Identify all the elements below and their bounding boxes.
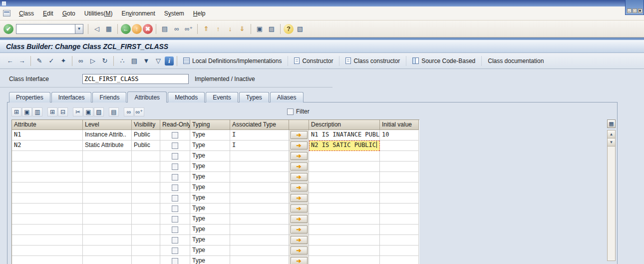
attribute-cell[interactable]: N1 [12,130,83,140]
constructor-button[interactable]: Constructor [291,56,336,66]
column-header-initial-value[interactable]: Initial value [380,120,419,130]
menu-goto[interactable]: Goto [58,8,80,19]
detail-arrow-button[interactable]: ➔ [291,162,308,170]
associated-type-cell[interactable] [230,214,289,224]
insert-row-icon[interactable]: ⊞ [47,108,57,116]
close-button[interactable]: ✖ [638,8,643,13]
detail-arrow-button[interactable]: ➔ [291,246,308,254]
description-cell[interactable] [309,235,380,246]
detail-arrow-button[interactable]: ➔ [291,152,308,160]
level-cell[interactable] [83,193,132,204]
tab-types[interactable]: Types [239,92,269,102]
level-cell[interactable]: Static Attribute [83,140,132,151]
read-only-checkbox[interactable] [172,132,178,138]
description-cell[interactable] [309,151,380,162]
associated-type-cell[interactable]: I [230,140,289,151]
tab-aliases[interactable]: Aliases [270,92,304,102]
initial-value-cell[interactable] [380,224,419,235]
column-header-associated-type[interactable]: Associated Type [230,120,289,130]
level-cell[interactable] [83,182,132,193]
detail-arrow-button[interactable]: ➔ [291,236,308,244]
tab-interfaces[interactable]: Interfaces [51,92,92,102]
copy-icon[interactable]: ▣ [83,108,93,116]
first-page-icon[interactable]: ⇑ [201,24,212,34]
initial-value-cell[interactable] [380,151,419,162]
detail-arrow-button[interactable]: ➔ [291,257,308,264]
visibility-cell[interactable]: Public [132,130,160,140]
find-icon[interactable]: ∞ [171,24,182,34]
associated-type-cell[interactable] [230,151,289,162]
class-constructor-button[interactable]: Class constructor [342,56,403,66]
column-header-level[interactable]: Level [83,120,132,130]
find-next-icon[interactable]: ∞⁺ [183,24,194,34]
system-menu-icon[interactable] [3,10,10,16]
description-cell[interactable] [309,172,380,182]
level-cell[interactable] [83,224,132,235]
cancel-icon[interactable]: ✖ [143,24,153,34]
local-definitions-button[interactable]: Local Definitions/Implementations [180,56,285,66]
read-only-checkbox[interactable] [172,237,178,244]
create-shortcut-icon[interactable]: ▨ [266,24,277,34]
initial-value-cell[interactable] [380,182,419,193]
enter-icon[interactable]: ✔ [3,24,13,34]
help-icon[interactable]: ? [284,24,294,34]
refresh-icon[interactable]: ↻ [99,56,110,66]
attribute-cell[interactable] [12,214,83,224]
level-cell[interactable] [83,256,132,264]
sort-icon[interactable]: ▼ [141,56,152,66]
initial-value-cell[interactable] [380,214,419,224]
menu-edit[interactable]: Edit [38,8,58,19]
associated-type-cell[interactable] [230,162,289,172]
attribute-cell[interactable] [12,182,83,193]
activate-icon[interactable]: ✦ [58,56,69,66]
save-icon[interactable]: ▦ [103,24,114,34]
visibility-cell[interactable] [132,151,160,162]
check-icon[interactable]: ✓ [46,56,57,66]
description-cell[interactable] [309,256,380,264]
associated-type-cell[interactable] [230,193,289,204]
associated-type-cell[interactable] [230,172,289,182]
window-titlebar[interactable] [0,0,644,6]
column-header-visibility[interactable]: Visibility [132,120,160,130]
detail-arrow-button[interactable]: ➔ [291,173,308,181]
attribute-cell[interactable] [12,172,83,182]
level-cell[interactable] [83,214,132,224]
description-cell[interactable] [309,182,380,193]
class-interface-input[interactable] [82,74,189,84]
cut-icon[interactable]: ✂ [73,108,83,116]
next-page-icon[interactable]: ↓ [225,24,236,34]
associated-type-cell[interactable] [230,256,289,264]
detail-arrow-button[interactable]: ➔ [291,204,308,212]
initial-value-cell[interactable] [380,172,419,182]
typing-cell[interactable]: Type [190,182,230,193]
detail-arrow-button[interactable]: ➔ [291,142,308,150]
class-hierarchy-icon[interactable]: ∴ [117,56,128,66]
visibility-cell[interactable] [132,235,160,246]
program-structure-icon[interactable]: ▤ [129,56,140,66]
typing-cell[interactable]: Type [190,256,230,264]
read-only-checkbox[interactable] [172,216,178,222]
level-cell[interactable] [83,172,132,182]
initial-value-cell[interactable] [380,193,419,204]
typing-cell[interactable]: Type [190,214,230,224]
level-cell[interactable] [83,235,132,246]
menu-environment[interactable]: Environment [117,8,159,19]
description-cell[interactable] [309,214,380,224]
new-session-icon[interactable]: ▣ [254,24,265,34]
find-next-icon[interactable]: ∞⁺ [134,108,144,116]
description-cell[interactable]: N2 IS SATIC PUBLIC [309,140,380,151]
associated-type-cell[interactable] [230,235,289,246]
associated-type-cell[interactable]: I [230,130,289,140]
level-cell[interactable] [83,151,132,162]
associated-type-cell[interactable] [230,224,289,235]
read-only-checkbox[interactable] [172,226,178,233]
initial-value-cell[interactable] [380,246,419,256]
attribute-cell[interactable] [12,235,83,246]
typing-cell[interactable]: Type [190,151,230,162]
attribute-cell[interactable] [12,224,83,235]
layout-menu-icon[interactable]: ▧ [295,24,306,34]
typing-cell[interactable]: Type [190,193,230,204]
print-icon[interactable]: ▤ [109,108,119,116]
column-header-attribute[interactable]: Attribute [12,120,83,130]
detail-arrow-button[interactable]: ➔ [291,131,308,139]
